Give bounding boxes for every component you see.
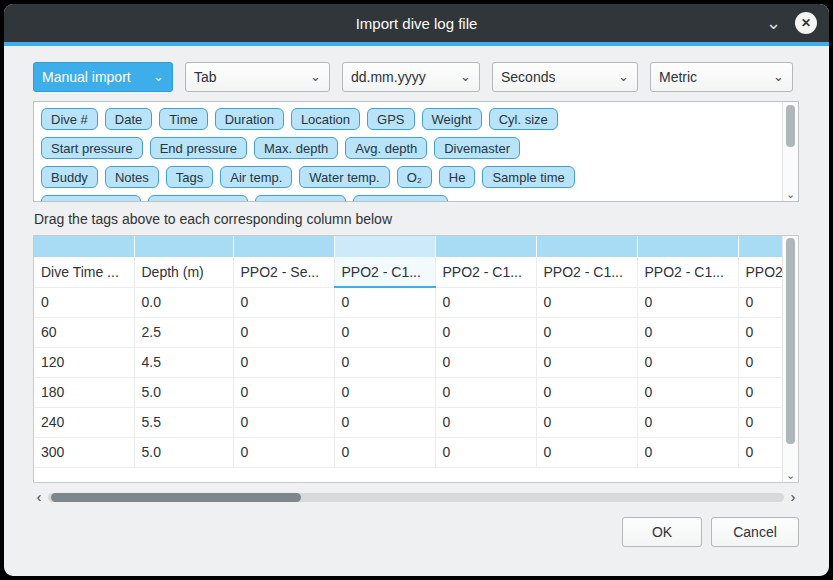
- table-cell[interactable]: 0: [334, 287, 435, 317]
- table-cell[interactable]: 0: [536, 437, 637, 467]
- table-cell[interactable]: 180: [34, 377, 134, 407]
- date-format-select[interactable]: dd.mm.yyyy⌄: [342, 62, 480, 92]
- tag-start-pressure[interactable]: Start pressure: [41, 137, 143, 159]
- tag-sample-temp[interactable]: Sample temp.: [148, 195, 248, 202]
- tag-o[interactable]: O₂: [397, 166, 432, 188]
- column-drop-target[interactable]: [637, 236, 738, 257]
- table-cell[interactable]: 0: [637, 377, 738, 407]
- column-header[interactable]: PPO2 - C1...: [536, 257, 637, 287]
- table-cell[interactable]: 0: [233, 287, 334, 317]
- tag-dive[interactable]: Dive #: [41, 108, 98, 130]
- tag-buddy[interactable]: Buddy: [41, 166, 98, 188]
- hscroll-handle[interactable]: [51, 493, 301, 502]
- table-cell[interactable]: 0: [233, 407, 334, 437]
- tag-end-pressure[interactable]: End pressure: [150, 137, 247, 159]
- table-cell[interactable]: 0: [334, 437, 435, 467]
- table-cell[interactable]: 5.5: [134, 407, 233, 437]
- tag-air-temp[interactable]: Air temp.: [220, 166, 292, 188]
- column-header[interactable]: PPO2 - C1...: [637, 257, 738, 287]
- chevron-down-icon[interactable]: ⌄: [766, 17, 781, 29]
- column-header[interactable]: PPO2 - Se...: [233, 257, 334, 287]
- tag-scrollbar-handle[interactable]: [786, 105, 795, 147]
- tag-location[interactable]: Location: [291, 108, 360, 130]
- tag-time[interactable]: Time: [159, 108, 207, 130]
- import-mode-select[interactable]: Manual import⌄: [33, 62, 173, 92]
- table-cell[interactable]: 0: [435, 407, 536, 437]
- tag-he[interactable]: He: [439, 166, 476, 188]
- column-header[interactable]: Dive Time ...: [34, 257, 134, 287]
- units-select[interactable]: Metric⌄: [650, 62, 793, 92]
- tag-sample-depth[interactable]: Sample depth: [41, 195, 141, 202]
- table-cell[interactable]: 0: [435, 317, 536, 347]
- column-drop-target[interactable]: [435, 236, 536, 257]
- table-cell[interactable]: 0: [334, 377, 435, 407]
- column-drop-target[interactable]: [134, 236, 233, 257]
- table-cell[interactable]: 0: [34, 287, 134, 317]
- tag-notes[interactable]: Notes: [105, 166, 159, 188]
- scroll-down-icon[interactable]: ⌄: [783, 188, 798, 200]
- table-cell[interactable]: 0: [536, 317, 637, 347]
- scroll-right-icon[interactable]: ›: [787, 490, 799, 504]
- column-header[interactable]: PPO2 - C1...: [334, 257, 435, 287]
- tag-area-scrollbar[interactable]: ⌄: [782, 102, 798, 201]
- tag-gps[interactable]: GPS: [367, 108, 414, 130]
- ok-button[interactable]: OK: [622, 517, 702, 547]
- column-drop-target[interactable]: [233, 236, 334, 257]
- table-cell[interactable]: 0: [233, 437, 334, 467]
- table-cell[interactable]: 0: [435, 347, 536, 377]
- cancel-button[interactable]: Cancel: [711, 517, 799, 547]
- tag-sample-time[interactable]: Sample time: [482, 166, 574, 188]
- table-cell[interactable]: 240: [34, 407, 134, 437]
- table-cell[interactable]: 0: [334, 407, 435, 437]
- horizontal-scrollbar[interactable]: ‹ ›: [33, 490, 799, 504]
- column-header[interactable]: PPO2 - C1...: [435, 257, 536, 287]
- table-cell[interactable]: 0: [536, 407, 637, 437]
- tag-divemaster[interactable]: Divemaster: [434, 137, 520, 159]
- tag-tags[interactable]: Tags: [166, 166, 213, 188]
- table-scrollbar[interactable]: ⌄: [782, 236, 798, 482]
- column-drop-target[interactable]: [536, 236, 637, 257]
- column-drop-target[interactable]: [34, 236, 134, 257]
- close-button[interactable]: ✕: [795, 12, 817, 34]
- column-header[interactable]: Depth (m): [134, 257, 233, 287]
- table-cell[interactable]: 0: [536, 347, 637, 377]
- tag-avg-depth[interactable]: Avg. depth: [345, 137, 427, 159]
- column-drop-target[interactable]: [334, 236, 435, 257]
- table-cell[interactable]: 2.5: [134, 317, 233, 347]
- table-scrollbar-handle[interactable]: [786, 238, 795, 444]
- tag-duration[interactable]: Duration: [215, 108, 284, 130]
- table-cell[interactable]: 4.5: [134, 347, 233, 377]
- table-cell[interactable]: 5.0: [134, 377, 233, 407]
- scroll-down-icon[interactable]: ⌄: [783, 469, 798, 481]
- table-cell[interactable]: 5.0: [134, 437, 233, 467]
- table-cell[interactable]: 0: [233, 377, 334, 407]
- titlebar[interactable]: Import dive log file ⌄ ✕: [4, 4, 829, 42]
- table-cell[interactable]: 0: [637, 317, 738, 347]
- table-cell[interactable]: 0: [435, 287, 536, 317]
- table-cell[interactable]: 0: [435, 437, 536, 467]
- table-cell[interactable]: 0: [536, 287, 637, 317]
- tag-cyl-size[interactable]: Cyl. size: [489, 108, 558, 130]
- table-cell[interactable]: 0: [233, 317, 334, 347]
- table-cell[interactable]: 300: [34, 437, 134, 467]
- table-cell[interactable]: 0: [233, 347, 334, 377]
- table-cell[interactable]: 0: [637, 437, 738, 467]
- table-cell[interactable]: 0.0: [134, 287, 233, 317]
- table-cell[interactable]: 0: [637, 347, 738, 377]
- tag-sample-cns[interactable]: Sample CNS: [353, 195, 448, 202]
- tag-weight[interactable]: Weight: [422, 108, 482, 130]
- tag-sample-po[interactable]: Sample pO₂: [255, 195, 345, 202]
- table-cell[interactable]: 0: [334, 347, 435, 377]
- table-cell[interactable]: 0: [637, 407, 738, 437]
- table-cell[interactable]: 0: [637, 287, 738, 317]
- field-separator-select[interactable]: Tab⌄: [185, 62, 330, 92]
- table-cell[interactable]: 0: [536, 377, 637, 407]
- scroll-left-icon[interactable]: ‹: [33, 490, 45, 504]
- table-cell[interactable]: 120: [34, 347, 134, 377]
- duration-format-select[interactable]: Seconds⌄: [492, 62, 638, 92]
- table-cell[interactable]: 0: [435, 377, 536, 407]
- table-cell[interactable]: 60: [34, 317, 134, 347]
- tag-max-depth[interactable]: Max. depth: [254, 137, 338, 159]
- table-cell[interactable]: 0: [334, 317, 435, 347]
- tag-date[interactable]: Date: [105, 108, 152, 130]
